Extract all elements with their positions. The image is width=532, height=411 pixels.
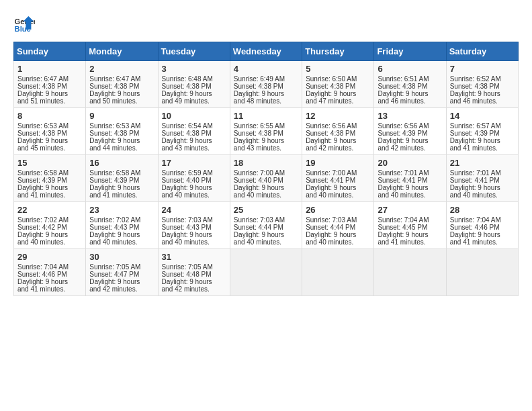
day-info: Daylight: 9 hours	[17, 231, 82, 238]
day-number: 27	[378, 205, 442, 215]
calendar-day-26: 26Sunrise: 7:03 AMSunset: 4:44 PMDayligh…	[302, 202, 374, 249]
day-info: Daylight: 9 hours	[89, 137, 154, 144]
day-info: Sunrise: 6:56 AM	[306, 122, 370, 130]
day-info: Sunrise: 7:01 AM	[450, 169, 515, 177]
day-info: Sunrise: 6:48 AM	[162, 75, 226, 83]
calendar-day-14: 14Sunrise: 6:57 AMSunset: 4:39 PMDayligh…	[446, 108, 518, 155]
calendar-day-8: 8Sunrise: 6:53 AMSunset: 4:38 PMDaylight…	[14, 108, 86, 155]
day-info: and 41 minutes.	[450, 144, 515, 152]
day-info: Daylight: 9 hours	[306, 184, 370, 191]
day-info: Sunset: 4:41 PM	[378, 177, 442, 184]
calendar-header-row: SundayMondayTuesdayWednesdayThursdayFrid…	[14, 42, 519, 61]
day-info: Daylight: 9 hours	[162, 184, 226, 191]
day-info: Sunset: 4:42 PM	[17, 224, 82, 231]
calendar-day-4: 4Sunrise: 6:49 AMSunset: 4:38 PMDaylight…	[230, 61, 302, 108]
day-info: Sunrise: 7:05 AM	[89, 263, 154, 271]
weekday-header-sunday: Sunday	[14, 42, 86, 61]
calendar-day-10: 10Sunrise: 6:54 AMSunset: 4:38 PMDayligh…	[158, 108, 230, 155]
day-info: Sunrise: 6:51 AM	[378, 75, 442, 83]
day-info: Daylight: 9 hours	[89, 231, 154, 238]
day-info: and 43 minutes.	[234, 144, 298, 152]
calendar-week-4: 22Sunrise: 7:02 AMSunset: 4:42 PMDayligh…	[14, 202, 519, 249]
day-info: and 40 minutes.	[450, 191, 515, 199]
day-info: Daylight: 9 hours	[306, 231, 370, 238]
day-info: and 41 minutes.	[89, 191, 154, 199]
day-info: and 40 minutes.	[162, 191, 226, 199]
day-info: and 41 minutes.	[17, 191, 82, 199]
day-info: Sunset: 4:43 PM	[89, 224, 154, 231]
calendar-day-3: 3Sunrise: 6:48 AMSunset: 4:38 PMDaylight…	[158, 61, 230, 108]
calendar-week-3: 15Sunrise: 6:58 AMSunset: 4:39 PMDayligh…	[14, 155, 519, 202]
day-info: Daylight: 9 hours	[378, 231, 442, 238]
day-info: Daylight: 9 hours	[89, 90, 154, 97]
day-info: Sunset: 4:38 PM	[17, 130, 82, 137]
calendar-day-15: 15Sunrise: 6:58 AMSunset: 4:39 PMDayligh…	[14, 155, 86, 202]
day-number: 23	[89, 205, 154, 215]
calendar-day-22: 22Sunrise: 7:02 AMSunset: 4:42 PMDayligh…	[14, 202, 86, 249]
day-info: Sunset: 4:39 PM	[89, 177, 154, 184]
day-info: Sunrise: 6:47 AM	[89, 75, 154, 83]
weekday-header-tuesday: Tuesday	[158, 42, 230, 61]
calendar-day-28: 28Sunrise: 7:04 AMSunset: 4:46 PMDayligh…	[446, 202, 518, 249]
day-info: Sunset: 4:44 PM	[234, 224, 298, 231]
day-info: Sunrise: 6:58 AM	[89, 169, 154, 177]
day-info: and 44 minutes.	[89, 144, 154, 152]
day-number: 5	[306, 64, 370, 74]
day-info: Daylight: 9 hours	[450, 137, 515, 144]
day-info: Daylight: 9 hours	[162, 137, 226, 144]
day-info: Sunset: 4:41 PM	[450, 177, 515, 184]
day-info: and 40 minutes.	[89, 238, 154, 246]
day-number: 4	[234, 64, 298, 74]
day-info: Daylight: 9 hours	[162, 231, 226, 238]
day-info: Sunset: 4:46 PM	[17, 271, 82, 278]
day-number: 24	[162, 205, 226, 215]
calendar-week-1: 1Sunrise: 6:47 AMSunset: 4:38 PMDaylight…	[14, 61, 519, 108]
day-info: Daylight: 9 hours	[450, 184, 515, 191]
day-info: Sunrise: 7:00 AM	[306, 169, 370, 177]
day-number: 31	[162, 252, 226, 262]
day-info: Sunset: 4:43 PM	[162, 224, 226, 231]
weekday-header-wednesday: Wednesday	[230, 42, 302, 61]
calendar-table: SundayMondayTuesdayWednesdayThursdayFrid…	[13, 42, 519, 296]
empty-cell	[446, 249, 518, 296]
day-info: Sunrise: 7:04 AM	[450, 216, 515, 224]
page-header: General Blue	[13, 13, 519, 35]
calendar-day-27: 27Sunrise: 7:04 AMSunset: 4:45 PMDayligh…	[374, 202, 446, 249]
day-info: Daylight: 9 hours	[378, 184, 442, 191]
calendar-day-20: 20Sunrise: 7:01 AMSunset: 4:41 PMDayligh…	[374, 155, 446, 202]
day-number: 9	[89, 111, 154, 121]
day-info: Daylight: 9 hours	[306, 137, 370, 144]
day-info: Sunrise: 6:54 AM	[162, 122, 226, 130]
calendar-day-6: 6Sunrise: 6:51 AMSunset: 4:38 PMDaylight…	[374, 61, 446, 108]
day-number: 7	[450, 64, 515, 74]
empty-cell	[230, 249, 302, 296]
day-info: Daylight: 9 hours	[17, 90, 82, 97]
calendar-day-5: 5Sunrise: 6:50 AMSunset: 4:38 PMDaylight…	[302, 61, 374, 108]
calendar-day-16: 16Sunrise: 6:58 AMSunset: 4:39 PMDayligh…	[86, 155, 158, 202]
day-info: Daylight: 9 hours	[234, 90, 298, 97]
calendar-day-12: 12Sunrise: 6:56 AMSunset: 4:38 PMDayligh…	[302, 108, 374, 155]
day-info: and 41 minutes.	[17, 285, 82, 293]
day-info: Daylight: 9 hours	[17, 278, 82, 285]
calendar-day-31: 31Sunrise: 7:05 AMSunset: 4:48 PMDayligh…	[158, 249, 230, 296]
weekday-header-saturday: Saturday	[446, 42, 518, 61]
day-info: Sunrise: 6:49 AM	[234, 75, 298, 83]
day-info: Sunrise: 6:47 AM	[17, 75, 82, 83]
day-number: 17	[162, 158, 226, 168]
day-number: 10	[162, 111, 226, 121]
day-info: and 40 minutes.	[17, 238, 82, 246]
day-number: 11	[234, 111, 298, 121]
day-number: 12	[306, 111, 370, 121]
day-info: and 40 minutes.	[234, 238, 298, 246]
day-number: 25	[234, 205, 298, 215]
day-info: and 46 minutes.	[378, 97, 442, 105]
day-info: Sunset: 4:39 PM	[450, 130, 515, 137]
day-info: Sunrise: 6:52 AM	[450, 75, 515, 83]
day-info: Sunrise: 7:00 AM	[234, 169, 298, 177]
day-info: Sunset: 4:44 PM	[306, 224, 370, 231]
weekday-header-friday: Friday	[374, 42, 446, 61]
day-info: Daylight: 9 hours	[450, 231, 515, 238]
day-info: Daylight: 9 hours	[162, 90, 226, 97]
day-number: 3	[162, 64, 226, 74]
logo: General Blue	[13, 13, 38, 35]
